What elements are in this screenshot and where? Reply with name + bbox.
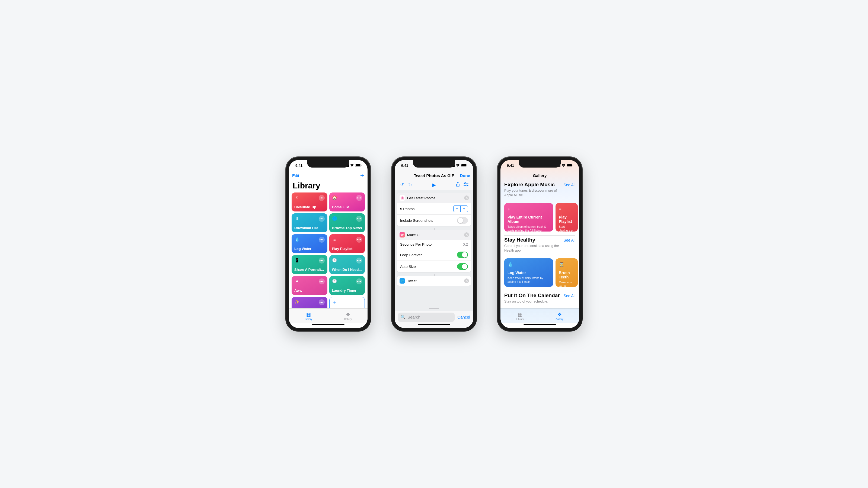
cancel-button[interactable]: Cancel — [457, 315, 470, 319]
gallery-card[interactable]: ⌛Brush TeethMake sure you g minutes in w… — [556, 258, 578, 287]
notch — [519, 160, 561, 167]
shortcut-tile[interactable]: 🕐•••Laundry Timer — [329, 276, 365, 295]
shortcut-tile[interactable]: 🕒•••When Do I Need... — [329, 255, 365, 274]
shortcut-tile[interactable]: ♥•••Aww — [291, 276, 328, 295]
shortcut-tile[interactable]: 🌐•••Browse Top News — [329, 214, 365, 232]
tab-library[interactable]: ▦Library — [289, 308, 328, 323]
tile-icon: ≡ — [332, 237, 337, 242]
home-indicator[interactable] — [395, 323, 473, 328]
remove-action-button[interactable]: ✕ — [464, 195, 469, 200]
home-indicator[interactable] — [500, 323, 579, 328]
gallery-row[interactable]: ✉🕐 — [500, 306, 579, 308]
photo-count-label: 5 Photos — [400, 207, 414, 211]
autosize-toggle[interactable] — [457, 263, 468, 270]
add-button[interactable]: + — [351, 171, 364, 180]
create-shortcut-tile[interactable]: +Create Shortcut — [329, 297, 365, 308]
card-icon: ♪ — [507, 206, 550, 212]
gallery-card[interactable]: ♪Play Entire Current AlbumTakes album of… — [504, 203, 553, 231]
gallery-row[interactable]: ♪Play Entire Current AlbumTakes album of… — [500, 200, 579, 235]
home-indicator[interactable] — [289, 323, 368, 328]
status-time: 9:41 — [296, 163, 303, 167]
tile-label: Log Water — [294, 247, 325, 251]
nav-bar: Tweet Photos As GIF Done — [395, 171, 473, 180]
battery-icon — [461, 163, 467, 167]
tile-more-button[interactable]: ••• — [319, 258, 325, 263]
tile-more-button[interactable]: ••• — [356, 237, 362, 242]
nav-bar: Edit + — [289, 171, 368, 180]
shortcut-tile[interactable]: ≡•••Play Playlist — [329, 234, 365, 253]
action-tweet[interactable]: 🐦 Tweet ✕ — [397, 276, 471, 286]
tile-more-button[interactable]: ••• — [319, 299, 325, 305]
gallery-card[interactable]: ≡Play PlaylistStart playing a p immediat… — [556, 203, 578, 231]
gallery-card[interactable]: 💧Log WaterKeep track of daily intake by … — [504, 258, 553, 287]
seconds-value[interactable]: 0.2 — [463, 242, 468, 247]
tile-icon: 🕐 — [332, 279, 337, 284]
shortcut-tile[interactable]: ⬇•••Download File — [291, 214, 328, 232]
grid-icon: ▦ — [518, 312, 522, 318]
card-title: Play Entire Current Album — [507, 215, 550, 224]
tile-more-button[interactable]: ••• — [319, 216, 325, 222]
tile-icon: 🏠 — [332, 195, 337, 200]
card-icon: ⌛ — [559, 262, 575, 267]
shortcut-tile[interactable]: 💧•••Log Water — [291, 234, 328, 253]
remove-action-button[interactable]: ✕ — [464, 279, 469, 283]
shortcut-tile[interactable]: 🏠•••Home ETA — [329, 193, 365, 212]
tile-more-button[interactable]: ••• — [356, 279, 362, 284]
action-make-gif[interactable]: GIF Make GIF ✕ Seconds Per Photo 0.2 Loo… — [397, 230, 471, 272]
tab-gallery[interactable]: ❖Gallery — [540, 308, 579, 323]
section-desc: Play your tunes & discover more of Apple… — [504, 188, 561, 198]
tab-gallery[interactable]: ❖Gallery — [328, 308, 368, 323]
gallery-scroll[interactable]: Explore Apple MusicSee AllPlay your tune… — [500, 180, 579, 308]
run-button[interactable]: ▶ — [432, 183, 436, 188]
gallery-row[interactable]: 💧Log WaterKeep track of daily intake by … — [500, 256, 579, 291]
tile-label: Calculate Tip — [294, 205, 325, 209]
see-all-button[interactable]: See All — [563, 294, 575, 298]
tile-more-button[interactable]: ••• — [319, 279, 325, 284]
tile-icon: 🌐 — [332, 216, 337, 221]
undo-button[interactable]: ↺ — [398, 182, 406, 188]
battery-icon — [567, 163, 573, 167]
card-desc: Keep track of daily intake by adding it … — [507, 276, 550, 284]
seconds-label: Seconds Per Photo — [400, 242, 432, 247]
tile-icon: 🕒 — [332, 258, 337, 263]
tile-more-button[interactable]: ••• — [319, 237, 325, 242]
tile-more-button[interactable]: ••• — [356, 258, 362, 263]
redo-button[interactable]: ↻ — [406, 182, 414, 188]
phone-gallery: 9:41 Gallery Explore Apple MusicSee AllP… — [498, 157, 582, 331]
notch — [307, 160, 349, 167]
settings-button[interactable] — [462, 182, 470, 188]
see-all-button[interactable]: See All — [563, 238, 575, 242]
tab-bar: ▦Library ❖Gallery — [500, 308, 579, 323]
tile-more-button[interactable]: ••• — [356, 195, 362, 201]
share-button[interactable] — [454, 182, 462, 188]
svg-rect-4 — [461, 164, 466, 166]
done-button[interactable]: Done — [457, 173, 470, 178]
remove-action-button[interactable]: ✕ — [464, 232, 469, 237]
action-get-photos[interactable]: 🌸 Get Latest Photos ✕ 5 Photos −+ Includ… — [397, 193, 471, 226]
svg-rect-14 — [572, 165, 573, 166]
tile-more-button[interactable]: ••• — [356, 216, 362, 222]
edit-button[interactable]: Edit — [292, 173, 306, 178]
search-icon: 🔍 — [401, 315, 406, 320]
see-all-button[interactable]: See All — [563, 183, 575, 187]
shortcut-tile[interactable]: ✨•••Share Screengr... — [291, 297, 328, 308]
include-screenshots-toggle[interactable] — [457, 217, 468, 224]
layers-icon: ❖ — [346, 312, 350, 318]
svg-rect-2 — [361, 165, 362, 166]
shortcut-tile[interactable]: $•••Calculate Tip — [291, 193, 328, 212]
minus-button[interactable]: − — [454, 206, 461, 212]
workflow-title: Tweet Photos As GIF — [414, 173, 454, 178]
shortcut-tile[interactable]: 📱•••Share A Portrait... — [291, 255, 328, 274]
wifi-icon — [456, 163, 460, 167]
status-time: 9:41 — [507, 163, 514, 167]
tab-library[interactable]: ▦Library — [500, 308, 540, 323]
drawer-grabber[interactable] — [395, 306, 473, 311]
tab-bar: ▦Library ❖Gallery — [289, 308, 368, 323]
photo-count-stepper[interactable]: −+ — [453, 205, 468, 212]
tile-more-button[interactable]: ••• — [319, 195, 325, 201]
loop-toggle[interactable] — [457, 252, 468, 258]
card-icon: ≡ — [559, 206, 575, 212]
search-input[interactable]: 🔍 Search — [398, 313, 455, 322]
actions-canvas[interactable]: 🌸 Get Latest Photos ✕ 5 Photos −+ Includ… — [395, 190, 473, 306]
plus-button[interactable]: + — [461, 206, 468, 212]
